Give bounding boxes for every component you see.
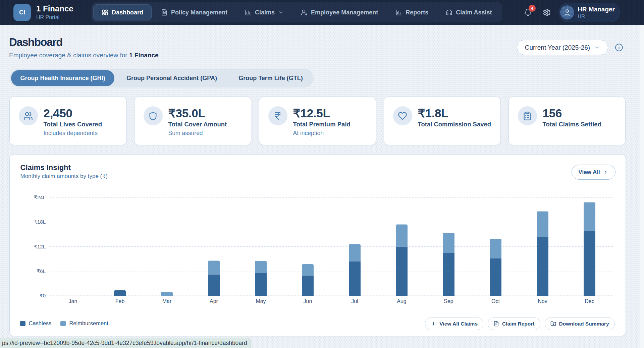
- svg-text:Dec: Dec: [585, 298, 594, 304]
- svg-text:Feb: Feb: [115, 298, 124, 304]
- svg-text:Sep: Sep: [444, 298, 453, 304]
- svg-text:Aug: Aug: [397, 298, 406, 304]
- svg-text:₹0: ₹0: [40, 293, 46, 298]
- svg-text:Jun: Jun: [303, 298, 312, 304]
- svg-text:Jul: Jul: [351, 298, 358, 304]
- svg-text:Mar: Mar: [162, 298, 171, 304]
- svg-text:Oct: Oct: [491, 298, 500, 304]
- svg-text:Jan: Jan: [68, 298, 77, 304]
- svg-text:Nov: Nov: [538, 298, 547, 304]
- svg-text:₹12L: ₹12L: [34, 244, 46, 249]
- svg-text:Apr: Apr: [210, 298, 218, 304]
- svg-text:₹24L: ₹24L: [34, 194, 46, 200]
- svg-text:₹18L: ₹18L: [34, 219, 46, 225]
- svg-text:₹6L: ₹6L: [37, 268, 45, 274]
- svg-text:May: May: [256, 298, 266, 304]
